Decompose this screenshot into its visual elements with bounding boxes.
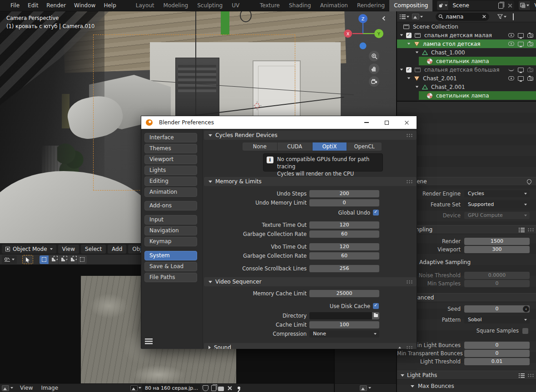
console-scrollback-field[interactable]: 256 xyxy=(309,265,379,272)
pin-icon[interactable] xyxy=(238,387,240,389)
monitor-icon[interactable] xyxy=(518,76,524,81)
min-samples-field[interactable]: 0 xyxy=(464,280,530,287)
presets-icon[interactable] xyxy=(519,373,525,378)
pan-hand-icon[interactable] xyxy=(369,64,379,74)
menu-view[interactable]: View xyxy=(16,382,37,392)
sampling-section-header[interactable]: Sampling xyxy=(397,225,536,234)
min-transparent-bounces-field[interactable]: 0 xyxy=(464,350,530,357)
clear-search-icon[interactable] xyxy=(482,15,486,19)
tab-compositing[interactable]: Compositing xyxy=(389,0,432,11)
menu-view[interactable]: View xyxy=(58,245,79,254)
outliner-row-object[interactable]: Chast_2.001 xyxy=(397,74,536,83)
menu-edit[interactable]: Edit xyxy=(24,0,42,11)
unlink-image-button[interactable] xyxy=(227,386,232,391)
tab-layout[interactable]: Layout xyxy=(131,0,159,11)
outliner-search-input[interactable]: лампа xyxy=(436,13,489,21)
browse-directory-button[interactable] xyxy=(372,312,379,319)
outliner-row-material[interactable]: светильник лампа xyxy=(397,57,536,65)
max-bounces-subheader[interactable]: Max Bounces xyxy=(397,382,536,390)
device-tab-optix[interactable]: OptiX xyxy=(313,142,347,151)
fake-user-shield-icon[interactable] xyxy=(203,385,208,391)
expand-arrow-icon[interactable] xyxy=(407,43,410,45)
sound-section-header[interactable]: Sound xyxy=(204,343,417,349)
expand-arrow-icon[interactable] xyxy=(400,34,403,36)
camera-view-icon[interactable] xyxy=(369,76,379,87)
device-dropdown[interactable]: GPU Compute xyxy=(464,212,530,219)
light-paths-section-header[interactable]: Light Paths xyxy=(397,371,536,380)
undo-memory-limit-field[interactable]: 0 xyxy=(309,199,379,206)
menu-select[interactable]: Select xyxy=(81,245,106,254)
outliner-row-scene-collection[interactable]: Scene Collection xyxy=(397,22,536,31)
gc-rate-field[interactable]: 60 xyxy=(309,252,379,260)
render-samples-field[interactable]: 1500 xyxy=(464,238,530,245)
tab-sculpting[interactable]: Sculpting xyxy=(193,0,227,11)
advanced-section-header[interactable]: Advanced xyxy=(397,293,536,302)
light-threshold-field[interactable]: 0.01 xyxy=(464,358,530,365)
sidebar-item-interface[interactable]: Interface xyxy=(144,133,197,142)
new-image-icon[interactable] xyxy=(211,385,216,391)
outliner-row-mesh[interactable]: Chast_1.000 xyxy=(397,48,536,57)
scene-panel-header[interactable]: Scene xyxy=(397,177,536,186)
sidebar-item-animation[interactable]: Animation xyxy=(144,187,197,197)
select-mode-invert-button[interactable] xyxy=(68,255,77,264)
view-layer-icon[interactable] xyxy=(519,1,531,10)
open-image-folder-icon[interactable] xyxy=(218,387,224,391)
camera-icon[interactable] xyxy=(527,77,533,81)
unlink-scene-button[interactable] xyxy=(505,1,514,10)
pattern-dropdown[interactable]: Sobol xyxy=(464,316,530,323)
image-editor-type-icon[interactable] xyxy=(2,385,9,391)
preferences-titlebar[interactable]: Blender Preferences xyxy=(141,116,417,129)
min-light-bounces-field[interactable]: 0 xyxy=(464,342,530,349)
animate-seed-icon[interactable]: ‹ xyxy=(523,306,529,312)
expand-arrow-icon[interactable] xyxy=(416,52,418,54)
display-mode-dropdown[interactable] xyxy=(412,14,423,20)
use-disk-cache-checkbox[interactable] xyxy=(373,303,379,309)
drag-dots-icon[interactable] xyxy=(406,133,413,137)
gc-rate-field[interactable]: 60 xyxy=(309,230,379,238)
device-tab-cuda[interactable]: CUDA xyxy=(278,142,313,151)
camera-disabled-icon[interactable] xyxy=(527,68,533,72)
view-layer-name-field[interactable]: View Layer xyxy=(531,1,536,10)
cache-limit-field[interactable]: 100 xyxy=(309,321,379,328)
scene-icon[interactable] xyxy=(437,1,449,10)
chevron-up-icon[interactable] xyxy=(398,347,401,348)
sidebar-item-save-load[interactable]: Save & Load xyxy=(144,262,197,271)
sidebar-item-system[interactable]: System xyxy=(144,251,197,260)
undo-steps-field[interactable]: 200 xyxy=(309,190,379,197)
tab-rendering[interactable]: Rendering xyxy=(352,0,389,11)
sidebar-item-input[interactable]: Input xyxy=(144,215,197,225)
memory-limits-header[interactable]: Memory & Limits xyxy=(204,177,417,186)
image-name-field[interactable]: 80 на 160 серая.jp… xyxy=(142,384,201,392)
select-mode-subtract-button[interactable] xyxy=(59,255,68,264)
menu-render[interactable]: Render xyxy=(42,0,70,11)
preferences-menu-icon[interactable] xyxy=(145,338,153,344)
active-tool-cursor-button[interactable] xyxy=(22,255,33,264)
eye-closed-icon[interactable] xyxy=(508,68,514,71)
select-mode-intersect-button[interactable] xyxy=(78,255,87,264)
feature-set-dropdown[interactable]: Supported xyxy=(464,201,530,208)
monitor-icon[interactable] xyxy=(518,33,524,38)
maximize-button[interactable] xyxy=(377,116,397,129)
render-engine-dropdown[interactable]: Cycles xyxy=(464,190,530,197)
tab-animation[interactable]: Animation xyxy=(316,0,352,11)
menu-file[interactable]: File xyxy=(6,0,24,11)
collection-checkbox[interactable] xyxy=(406,67,412,73)
noise-threshold-field[interactable]: 0.0000 xyxy=(464,272,530,279)
image-browse-icon[interactable] xyxy=(130,385,138,391)
sidebar-item-viewport[interactable]: Viewport xyxy=(144,155,197,164)
gizmo-options-dropdown[interactable] xyxy=(2,255,17,264)
outliner-row-collection[interactable]: спальня детская малая xyxy=(397,31,536,39)
menu-window[interactable]: Window xyxy=(70,0,99,11)
presets-icon[interactable] xyxy=(519,227,525,232)
vbo-time-out-field[interactable]: 120 xyxy=(309,243,379,250)
close-button[interactable] xyxy=(397,116,417,129)
cycles-render-devices-header[interactable]: Cycles Render Devices xyxy=(204,131,417,140)
camera-icon[interactable] xyxy=(527,42,533,46)
eye-icon[interactable] xyxy=(508,42,514,46)
outliner-row-object-active[interactable]: лампа стол детская xyxy=(397,39,536,48)
drag-dots-icon[interactable] xyxy=(527,373,534,377)
collection-checkbox[interactable] xyxy=(406,33,412,38)
monitor-icon[interactable] xyxy=(518,42,524,46)
expand-arrow-icon[interactable] xyxy=(407,78,410,79)
sidebar-item-navigation[interactable]: Navigation xyxy=(144,226,197,235)
